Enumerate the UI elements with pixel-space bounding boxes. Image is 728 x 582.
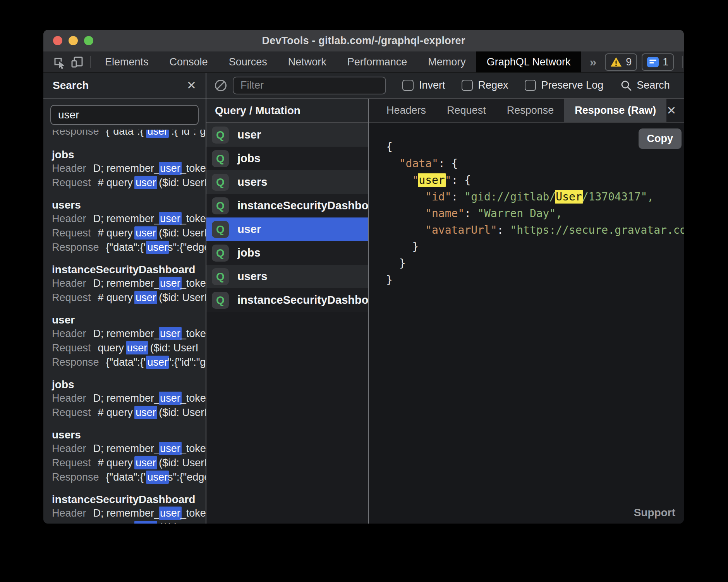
checkbox-invert[interactable] bbox=[402, 80, 414, 91]
json-token: { bbox=[452, 157, 458, 170]
window-title: DevTools - gitlab.com/-/graphql-explorer bbox=[262, 35, 465, 47]
filter-input[interactable] bbox=[233, 77, 386, 94]
search-result-line[interactable]: Request# query user ($id: UserI bbox=[52, 176, 206, 190]
search-match-highlight: user bbox=[159, 212, 182, 225]
result-line-label: Header bbox=[52, 163, 86, 174]
search-result-line[interactable]: Response{"data":{"user":{"id":"gi bbox=[52, 130, 206, 139]
detail-close-icon[interactable]: ✕ bbox=[666, 104, 676, 117]
result-group-title[interactable]: users bbox=[52, 199, 206, 212]
search-result-line[interactable]: Response{"data":{"user":{"id":"gid bbox=[52, 355, 206, 370]
search-result-line[interactable]: Request# query user ($id: UserI bbox=[52, 291, 206, 305]
result-line-label: Header bbox=[52, 392, 86, 404]
result-group-title[interactable]: instanceSecurityDashboard bbox=[52, 263, 206, 276]
inspect-element-icon[interactable] bbox=[50, 51, 68, 72]
traffic-lights bbox=[53, 30, 93, 51]
checkbox-regex[interactable] bbox=[462, 80, 473, 91]
search-result-line[interactable]: Requestquery user ($id: UserI bbox=[52, 341, 206, 355]
query-list-item-users[interactable]: Qusers bbox=[206, 170, 368, 194]
search-result-line[interactable]: Request# query user ($id: UserI bbox=[52, 520, 206, 524]
query-item-label: instanceSecurityDashboard bbox=[237, 199, 368, 212]
result-line-text: D; remember_ bbox=[93, 163, 160, 174]
search-result-line[interactable]: HeaderD; remember_user_token=e bbox=[52, 506, 206, 520]
search-result-line[interactable]: Request# query user ($id: UserI bbox=[52, 456, 206, 470]
search-result-group: jobsHeaderD; remember_user_token=eReques… bbox=[52, 148, 206, 190]
close-window-button[interactable] bbox=[53, 36, 62, 45]
minimize-window-button[interactable] bbox=[69, 36, 78, 45]
devtools-tab-console[interactable]: Console bbox=[159, 51, 218, 72]
detail-tab-response[interactable]: Response bbox=[496, 99, 565, 122]
json-token: /13704317", bbox=[582, 190, 654, 203]
checkbox-row-invert: Invert bbox=[402, 79, 445, 91]
result-line-text: {"data":{" bbox=[106, 241, 148, 253]
result-line-label: Header bbox=[52, 443, 86, 454]
devtools-tab-performance[interactable]: Performance bbox=[337, 51, 418, 72]
search-input[interactable] bbox=[50, 105, 199, 125]
search-panel-close-icon[interactable]: ✕ bbox=[187, 79, 196, 92]
more-tabs-chevron-icon[interactable]: » bbox=[581, 51, 605, 72]
result-group-title[interactable]: jobs bbox=[52, 378, 206, 391]
result-line-text: # query bbox=[98, 177, 136, 188]
search-result-line[interactable]: Response{"data":{"users":{"edges bbox=[52, 240, 206, 255]
query-list-item-jobs[interactable]: Qjobs bbox=[206, 241, 368, 265]
checkbox-row-preserve-log: Preserve Log bbox=[525, 79, 604, 91]
result-group-title[interactable]: jobs bbox=[52, 148, 206, 161]
query-list-item-user[interactable]: Quser bbox=[206, 217, 368, 241]
search-result-line[interactable]: HeaderD; remember_user_token=e bbox=[52, 391, 206, 406]
query-list-item-users[interactable]: Qusers bbox=[206, 265, 368, 288]
query-list-item-instancesecuritydashboard[interactable]: QinstanceSecurityDashboard bbox=[206, 194, 368, 217]
query-item-label: jobs bbox=[237, 246, 261, 259]
query-list-header: Query / Mutation bbox=[206, 99, 368, 123]
json-token: "data" bbox=[399, 157, 438, 170]
devtools-tab-graphql-network[interactable]: GraphQL Network bbox=[476, 51, 581, 72]
search-match-highlight: user bbox=[146, 356, 169, 369]
device-toolbar-icon[interactable] bbox=[68, 51, 86, 72]
checkbox-row-regex: Regex bbox=[462, 79, 508, 91]
query-type-badge: Q bbox=[212, 127, 229, 144]
json-line: } bbox=[386, 272, 684, 288]
copy-button[interactable]: Copy bbox=[639, 128, 682, 149]
result-line-text: ($id: UserI bbox=[156, 177, 206, 188]
json-token: { bbox=[386, 140, 393, 153]
detail-tab-response-raw[interactable]: Response (Raw) bbox=[564, 99, 666, 122]
toolbar-checkboxes: InvertRegexPreserve Log bbox=[386, 79, 603, 91]
search-result-line[interactable]: HeaderD; remember_user_token=e bbox=[52, 161, 206, 176]
result-line-text: s":{"edges bbox=[168, 471, 206, 483]
result-line-label: Request bbox=[52, 292, 91, 303]
support-link[interactable]: Support bbox=[634, 507, 675, 519]
search-result-line[interactable]: HeaderD; remember_user_token=e bbox=[52, 442, 206, 456]
detail-tab-headers[interactable]: Headers bbox=[376, 99, 436, 122]
devtools-tab-memory[interactable]: Memory bbox=[417, 51, 476, 72]
result-group-title[interactable]: user bbox=[52, 313, 206, 327]
search-result-line[interactable]: HeaderD; remember_user_token=e bbox=[52, 276, 206, 291]
toolbar-search[interactable]: Search bbox=[620, 79, 670, 91]
detail-tab-request[interactable]: Request bbox=[436, 99, 496, 122]
search-result-line[interactable]: Request# query user ($id: UserI bbox=[52, 226, 206, 240]
query-type-badge: Q bbox=[212, 150, 229, 167]
warnings-badge[interactable]: 9 bbox=[605, 53, 637, 71]
request-detail-panel: HeadersRequestResponseResponse (Raw) ✕ C… bbox=[369, 99, 684, 524]
result-group-title[interactable]: users bbox=[52, 428, 206, 442]
clipped-result-row[interactable]: Response{"data":{"user":{"id":"gi bbox=[52, 130, 206, 140]
result-group-title[interactable]: instanceSecurityDashboard bbox=[52, 493, 206, 506]
devtools-tab-sources[interactable]: Sources bbox=[218, 51, 278, 72]
issues-badge[interactable]: 1 bbox=[642, 53, 674, 71]
json-token: : bbox=[438, 157, 452, 170]
query-list-item-instancesecuritydashboard[interactable]: QinstanceSecurityDashboard bbox=[206, 288, 368, 312]
query-list-panel: Query / Mutation QuserQjobsQusersQinstan… bbox=[206, 99, 369, 524]
search-result-line[interactable]: HeaderD; remember_user_token=e bbox=[52, 327, 206, 341]
zoom-window-button[interactable] bbox=[84, 36, 93, 45]
search-match-highlight: user bbox=[418, 173, 445, 187]
checkbox-preserve-log[interactable] bbox=[525, 80, 536, 91]
result-line-label: Request bbox=[52, 227, 91, 239]
search-result-line[interactable]: Request# query user ($id: UserI bbox=[52, 406, 206, 420]
query-list-item-jobs[interactable]: Qjobs bbox=[206, 147, 368, 170]
search-result-line[interactable]: HeaderD; remember_user_token=e bbox=[52, 212, 206, 226]
devtools-tab-elements[interactable]: Elements bbox=[94, 51, 159, 72]
devtools-tab-network[interactable]: Network bbox=[278, 51, 337, 72]
graphql-network-panel: InvertRegexPreserve Log Search Query / M… bbox=[206, 73, 684, 524]
result-line-text: _token=e bbox=[180, 507, 206, 519]
query-list-item-user[interactable]: Quser bbox=[206, 123, 368, 147]
query-type-badge: Q bbox=[212, 221, 229, 238]
clear-requests-icon[interactable] bbox=[215, 80, 227, 91]
search-result-line[interactable]: Response{"data":{"users":{"edges bbox=[52, 470, 206, 484]
